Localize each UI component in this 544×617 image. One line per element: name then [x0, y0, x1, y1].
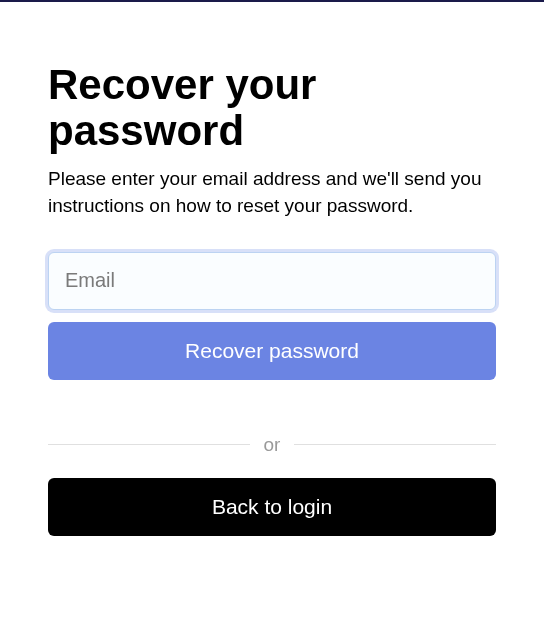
page-subtitle: Please enter your email address and we'l…	[48, 166, 496, 219]
divider-line-right	[294, 444, 496, 445]
email-field[interactable]	[48, 252, 496, 310]
recover-password-form: Recover your password Please enter your …	[0, 2, 544, 536]
recover-password-button[interactable]: Recover password	[48, 322, 496, 380]
divider-text: or	[250, 434, 295, 456]
divider-line-left	[48, 444, 250, 445]
divider: or	[48, 434, 496, 456]
back-to-login-button[interactable]: Back to login	[48, 478, 496, 536]
page-title: Recover your password	[48, 62, 496, 154]
